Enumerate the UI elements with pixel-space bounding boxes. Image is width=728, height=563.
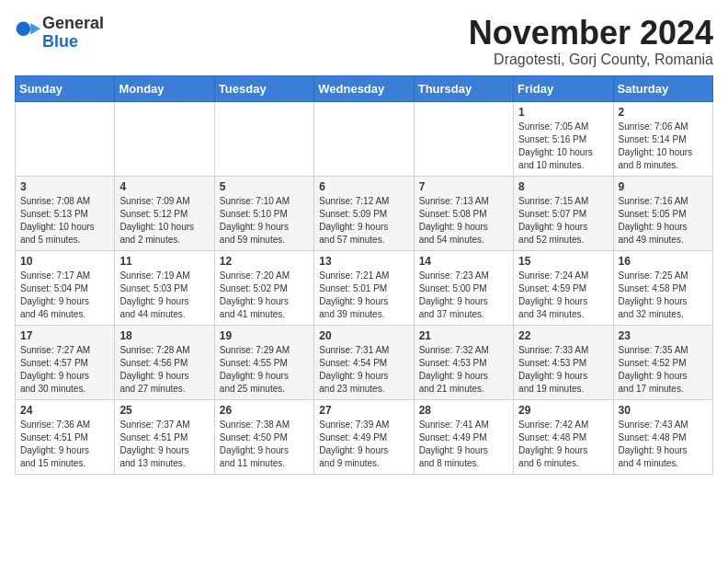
day-cell bbox=[214, 101, 313, 176]
week-row-0: 1Sunrise: 7:05 AMSunset: 5:16 PMDaylight… bbox=[16, 101, 713, 176]
week-row-1: 3Sunrise: 7:08 AMSunset: 5:13 PMDaylight… bbox=[16, 176, 713, 250]
weekday-header-tuesday: Tuesday bbox=[214, 75, 313, 101]
day-cell: 6Sunrise: 7:12 AMSunset: 5:09 PMDaylight… bbox=[314, 176, 414, 250]
day-cell: 20Sunrise: 7:31 AMSunset: 4:54 PMDayligh… bbox=[314, 325, 414, 399]
calendar-header: SundayMondayTuesdayWednesdayThursdayFrid… bbox=[16, 75, 713, 101]
day-number: 22 bbox=[518, 329, 608, 342]
logo: General Blue bbox=[15, 15, 104, 52]
day-cell: 3Sunrise: 7:08 AMSunset: 5:13 PMDaylight… bbox=[16, 176, 115, 250]
day-info: Sunrise: 7:35 AMSunset: 4:52 PMDaylight:… bbox=[619, 344, 708, 396]
week-row-4: 24Sunrise: 7:36 AMSunset: 4:51 PMDayligh… bbox=[16, 399, 713, 474]
day-cell: 26Sunrise: 7:38 AMSunset: 4:50 PMDayligh… bbox=[214, 399, 313, 474]
day-cell: 4Sunrise: 7:09 AMSunset: 5:12 PMDaylight… bbox=[115, 176, 214, 250]
day-info: Sunrise: 7:25 AMSunset: 4:58 PMDaylight:… bbox=[619, 270, 708, 321]
weekday-header-sunday: Sunday bbox=[16, 75, 115, 101]
day-cell: 29Sunrise: 7:42 AMSunset: 4:48 PMDayligh… bbox=[514, 399, 613, 474]
day-number: 7 bbox=[419, 180, 508, 193]
day-info: Sunrise: 7:33 AMSunset: 4:53 PMDaylight:… bbox=[518, 344, 608, 396]
day-number: 27 bbox=[319, 404, 408, 417]
day-info: Sunrise: 7:16 AMSunset: 5:05 PMDaylight:… bbox=[619, 195, 708, 247]
day-info: Sunrise: 7:09 AMSunset: 5:12 PMDaylight:… bbox=[119, 195, 209, 247]
day-cell: 18Sunrise: 7:28 AMSunset: 4:56 PMDayligh… bbox=[115, 325, 214, 399]
day-cell: 12Sunrise: 7:20 AMSunset: 5:02 PMDayligh… bbox=[214, 250, 313, 325]
weekday-header-monday: Monday bbox=[115, 75, 214, 101]
day-info: Sunrise: 7:20 AMSunset: 5:02 PMDaylight:… bbox=[220, 270, 309, 321]
day-number: 16 bbox=[619, 255, 708, 268]
logo-blue: Blue bbox=[42, 32, 78, 51]
day-info: Sunrise: 7:12 AMSunset: 5:09 PMDaylight:… bbox=[319, 195, 408, 247]
day-info: Sunrise: 7:39 AMSunset: 4:49 PMDaylight:… bbox=[319, 419, 408, 470]
calendar-table: SundayMondayTuesdayWednesdayThursdayFrid… bbox=[15, 75, 713, 475]
day-number: 23 bbox=[619, 329, 708, 342]
weekday-row: SundayMondayTuesdayWednesdayThursdayFrid… bbox=[16, 75, 713, 101]
day-cell bbox=[414, 101, 513, 176]
day-info: Sunrise: 7:37 AMSunset: 4:51 PMDaylight:… bbox=[119, 419, 209, 470]
day-info: Sunrise: 7:17 AMSunset: 5:04 PMDaylight:… bbox=[20, 270, 109, 321]
day-info: Sunrise: 7:19 AMSunset: 5:03 PMDaylight:… bbox=[119, 270, 209, 321]
day-number: 2 bbox=[619, 106, 708, 119]
day-cell: 30Sunrise: 7:43 AMSunset: 4:48 PMDayligh… bbox=[613, 399, 712, 474]
day-number: 5 bbox=[220, 180, 309, 193]
calendar-body: 1Sunrise: 7:05 AMSunset: 5:16 PMDaylight… bbox=[16, 101, 713, 474]
day-info: Sunrise: 7:13 AMSunset: 5:08 PMDaylight:… bbox=[419, 195, 508, 247]
day-info: Sunrise: 7:21 AMSunset: 5:01 PMDaylight:… bbox=[319, 270, 408, 321]
day-number: 21 bbox=[419, 329, 508, 342]
day-info: Sunrise: 7:31 AMSunset: 4:54 PMDaylight:… bbox=[319, 344, 408, 396]
svg-marker-1 bbox=[30, 23, 40, 34]
day-cell: 15Sunrise: 7:24 AMSunset: 4:59 PMDayligh… bbox=[514, 250, 613, 325]
day-number: 19 bbox=[220, 329, 309, 342]
day-info: Sunrise: 7:38 AMSunset: 4:50 PMDaylight:… bbox=[220, 419, 309, 470]
day-info: Sunrise: 7:27 AMSunset: 4:57 PMDaylight:… bbox=[20, 344, 109, 396]
weekday-header-wednesday: Wednesday bbox=[314, 75, 414, 101]
day-cell: 16Sunrise: 7:25 AMSunset: 4:58 PMDayligh… bbox=[613, 250, 712, 325]
day-info: Sunrise: 7:29 AMSunset: 4:55 PMDaylight:… bbox=[220, 344, 309, 396]
day-number: 15 bbox=[518, 255, 608, 268]
day-info: Sunrise: 7:06 AMSunset: 5:14 PMDaylight:… bbox=[619, 121, 708, 172]
header: General Blue November 2024 Dragotesti, G… bbox=[15, 15, 713, 68]
day-cell: 9Sunrise: 7:16 AMSunset: 5:05 PMDaylight… bbox=[613, 176, 712, 250]
weekday-header-saturday: Saturday bbox=[613, 75, 712, 101]
day-number: 17 bbox=[20, 329, 109, 342]
week-row-2: 10Sunrise: 7:17 AMSunset: 5:04 PMDayligh… bbox=[16, 250, 713, 325]
weekday-header-thursday: Thursday bbox=[414, 75, 513, 101]
day-number: 25 bbox=[119, 404, 209, 417]
day-number: 24 bbox=[20, 404, 109, 417]
day-cell: 11Sunrise: 7:19 AMSunset: 5:03 PMDayligh… bbox=[115, 250, 214, 325]
day-number: 13 bbox=[319, 255, 408, 268]
logo-general: General bbox=[42, 14, 104, 32]
day-cell bbox=[115, 101, 214, 176]
day-info: Sunrise: 7:10 AMSunset: 5:10 PMDaylight:… bbox=[220, 195, 309, 247]
day-cell: 22Sunrise: 7:33 AMSunset: 4:53 PMDayligh… bbox=[514, 325, 613, 399]
logo-text: General Blue bbox=[42, 15, 104, 52]
page-container: General Blue November 2024 Dragotesti, G… bbox=[15, 15, 713, 475]
svg-point-0 bbox=[17, 21, 31, 36]
day-info: Sunrise: 7:36 AMSunset: 4:51 PMDaylight:… bbox=[20, 419, 109, 470]
day-cell: 28Sunrise: 7:41 AMSunset: 4:49 PMDayligh… bbox=[414, 399, 513, 474]
day-number: 11 bbox=[119, 255, 209, 268]
title-block: November 2024 Dragotesti, Gorj County, R… bbox=[469, 15, 713, 68]
day-info: Sunrise: 7:41 AMSunset: 4:49 PMDaylight:… bbox=[419, 419, 508, 470]
day-info: Sunrise: 7:32 AMSunset: 4:53 PMDaylight:… bbox=[419, 344, 508, 396]
weekday-header-friday: Friday bbox=[514, 75, 613, 101]
day-cell: 10Sunrise: 7:17 AMSunset: 5:04 PMDayligh… bbox=[16, 250, 115, 325]
day-number: 10 bbox=[20, 255, 109, 268]
day-cell bbox=[16, 101, 115, 176]
day-info: Sunrise: 7:24 AMSunset: 4:59 PMDaylight:… bbox=[518, 270, 608, 321]
day-cell: 21Sunrise: 7:32 AMSunset: 4:53 PMDayligh… bbox=[414, 325, 513, 399]
week-row-3: 17Sunrise: 7:27 AMSunset: 4:57 PMDayligh… bbox=[16, 325, 713, 399]
logo-icon bbox=[15, 20, 40, 46]
day-cell: 8Sunrise: 7:15 AMSunset: 5:07 PMDaylight… bbox=[514, 176, 613, 250]
day-info: Sunrise: 7:28 AMSunset: 4:56 PMDaylight:… bbox=[119, 344, 209, 396]
day-cell: 5Sunrise: 7:10 AMSunset: 5:10 PMDaylight… bbox=[214, 176, 313, 250]
month-title: November 2024 bbox=[469, 15, 713, 52]
day-cell: 23Sunrise: 7:35 AMSunset: 4:52 PMDayligh… bbox=[613, 325, 712, 399]
day-cell: 25Sunrise: 7:37 AMSunset: 4:51 PMDayligh… bbox=[115, 399, 214, 474]
day-number: 12 bbox=[220, 255, 309, 268]
day-cell: 2Sunrise: 7:06 AMSunset: 5:14 PMDaylight… bbox=[613, 101, 712, 176]
day-number: 9 bbox=[619, 180, 708, 193]
day-cell: 14Sunrise: 7:23 AMSunset: 5:00 PMDayligh… bbox=[414, 250, 513, 325]
day-number: 1 bbox=[518, 106, 608, 119]
day-number: 18 bbox=[119, 329, 209, 342]
day-info: Sunrise: 7:23 AMSunset: 5:00 PMDaylight:… bbox=[419, 270, 508, 321]
day-cell: 27Sunrise: 7:39 AMSunset: 4:49 PMDayligh… bbox=[314, 399, 414, 474]
